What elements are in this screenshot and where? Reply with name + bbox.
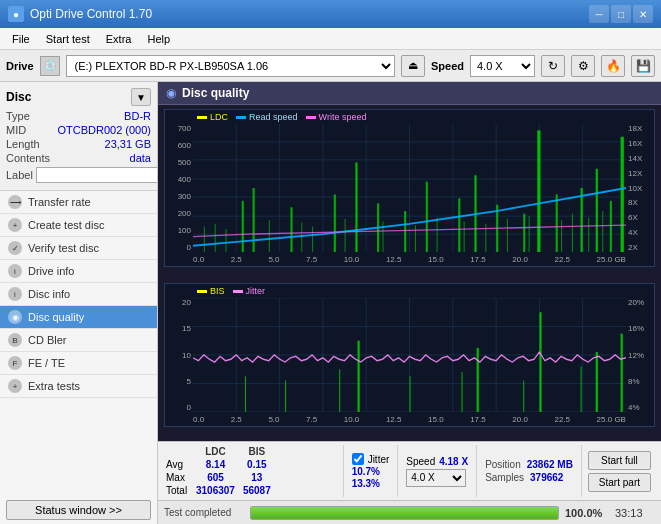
sidebar-item-verify-test-disc[interactable]: ✓ Verify test disc [0, 237, 157, 260]
svg-rect-36 [269, 220, 270, 252]
svg-rect-67 [339, 369, 340, 412]
svg-rect-71 [477, 348, 479, 412]
sidebar-item-disc-info[interactable]: i Disc info [0, 283, 157, 306]
svg-rect-70 [461, 372, 462, 412]
extra-tests-icon: + [8, 379, 22, 393]
chart2-x-labels: 0.02.55.07.510.012.515.017.520.022.525.0… [193, 415, 626, 424]
chart2-svg [193, 298, 626, 412]
svg-rect-18 [334, 194, 336, 252]
type-value: BD-R [124, 110, 151, 122]
jitter-legend: Jitter [233, 286, 266, 296]
status-window-button[interactable]: Status window >> [6, 500, 151, 520]
action-buttons: Start full Start part [581, 445, 657, 497]
drive-label: Drive [6, 60, 34, 72]
svg-rect-37 [301, 223, 302, 252]
title-bar: ● Opti Drive Control 1.70 ─ □ ✕ [0, 0, 661, 28]
minimize-button[interactable]: ─ [589, 5, 609, 23]
sidebar-item-label: Disc quality [28, 311, 84, 323]
svg-rect-22 [426, 182, 428, 252]
svg-rect-28 [556, 194, 558, 252]
disc-label-input[interactable] [36, 167, 158, 183]
sidebar-item-fe-te[interactable]: F FE / TE [0, 352, 157, 375]
panel-header: ◉ Disc quality [158, 82, 661, 105]
total-ldc: 3106307 [192, 484, 239, 497]
contents-value: data [130, 152, 151, 164]
svg-rect-45 [507, 219, 508, 252]
start-part-button[interactable]: Start part [588, 473, 651, 492]
svg-rect-68 [358, 341, 360, 412]
sidebar-item-label: CD Bler [28, 334, 67, 346]
position-section: Position 23862 MB Samples 379662 [476, 445, 581, 497]
speed-dropdown[interactable]: 4.0 X [406, 469, 466, 487]
panel-title: Disc quality [182, 86, 249, 100]
app-title: Opti Drive Control 1.70 [30, 7, 152, 21]
sidebar-item-transfer-rate[interactable]: ⟶ Transfer rate [0, 191, 157, 214]
sidebar-item-drive-info[interactable]: i Drive info [0, 260, 157, 283]
chart2-area: 0.02.55.07.510.012.515.017.520.022.525.0… [193, 298, 626, 412]
drive-select[interactable]: (E:) PLEXTOR BD-R PX-LB950SA 1.06 [66, 55, 395, 77]
svg-rect-38 [312, 226, 313, 252]
disc-info-icon: i [8, 287, 22, 301]
disc-options-button[interactable]: ▼ [131, 88, 151, 106]
speed-label: Speed [431, 60, 464, 72]
jitter-checkbox[interactable] [352, 453, 364, 465]
avg-ldc: 8.14 [192, 458, 239, 471]
chart1-y-axis-right: 18X16X14X12X10X8X6X4X2X [626, 124, 654, 252]
settings-icon[interactable]: ⚙ [571, 55, 595, 77]
chart2-y-axis-right: 20%16%12%8%4% [626, 298, 654, 412]
disc-panel: Disc ▼ Type BD-R MID OTCBDR002 (000) Len… [0, 82, 157, 191]
sidebar-item-disc-quality[interactable]: ◉ Disc quality [0, 306, 157, 329]
chart1-y-axis-left: 7006005004003002001000 [165, 124, 193, 252]
menu-extra[interactable]: Extra [98, 31, 140, 47]
burn-icon[interactable]: 🔥 [601, 55, 625, 77]
svg-rect-33 [204, 226, 205, 252]
total-bis: 56087 [239, 484, 275, 497]
chart2-y-axis-left: 20151050 [165, 298, 193, 412]
svg-rect-41 [415, 225, 416, 252]
menu-file[interactable]: File [4, 31, 38, 47]
eject-button[interactable]: ⏏ [401, 55, 425, 77]
svg-rect-73 [539, 312, 541, 412]
save-icon[interactable]: 💾 [631, 55, 655, 77]
start-full-button[interactable]: Start full [588, 451, 651, 470]
speed-static-label: Speed [406, 456, 435, 467]
sidebar-item-label: Extra tests [28, 380, 80, 392]
contents-label: Contents [6, 152, 50, 164]
sidebar-item-label: Verify test disc [28, 242, 99, 254]
svg-rect-32 [621, 137, 624, 252]
progress-track [250, 506, 559, 520]
svg-rect-47 [561, 220, 562, 252]
position-label: Position [485, 459, 521, 470]
verify-test-icon: ✓ [8, 241, 22, 255]
avg-jitter: 10.7% [352, 466, 390, 477]
read-speed-legend: Read speed [236, 112, 298, 122]
transfer-rate-icon: ⟶ [8, 195, 22, 209]
fe-te-icon: F [8, 356, 22, 370]
sidebar-item-cd-bler[interactable]: B CD Bler [0, 329, 157, 352]
max-label: Max [162, 471, 192, 484]
cd-bler-icon: B [8, 333, 22, 347]
refresh-icon[interactable]: ↻ [541, 55, 565, 77]
svg-rect-29 [581, 188, 583, 252]
close-button[interactable]: ✕ [633, 5, 653, 23]
sidebar: Disc ▼ Type BD-R MID OTCBDR002 (000) Len… [0, 82, 158, 524]
samples-label: Samples [485, 472, 524, 483]
progress-bar-row: Test completed 100.0% 33:13 [158, 500, 661, 524]
sidebar-item-create-test-disc[interactable]: + Create test disc [0, 214, 157, 237]
svg-rect-35 [225, 229, 226, 252]
svg-rect-30 [596, 169, 598, 252]
jitter-section: Jitter 10.7% 13.3% [343, 445, 398, 497]
sidebar-item-extra-tests[interactable]: + Extra tests [0, 375, 157, 398]
ldc-legend: LDC [197, 112, 228, 122]
maximize-button[interactable]: □ [611, 5, 631, 23]
svg-rect-48 [572, 214, 573, 252]
svg-rect-23 [458, 198, 460, 252]
menu-help[interactable]: Help [139, 31, 178, 47]
svg-rect-40 [382, 221, 383, 252]
svg-rect-69 [410, 376, 411, 412]
create-test-icon: + [8, 218, 22, 232]
speed-select[interactable]: 4.0 X [470, 55, 535, 77]
svg-rect-15 [242, 201, 244, 252]
svg-rect-72 [523, 381, 524, 412]
menu-start-test[interactable]: Start test [38, 31, 98, 47]
